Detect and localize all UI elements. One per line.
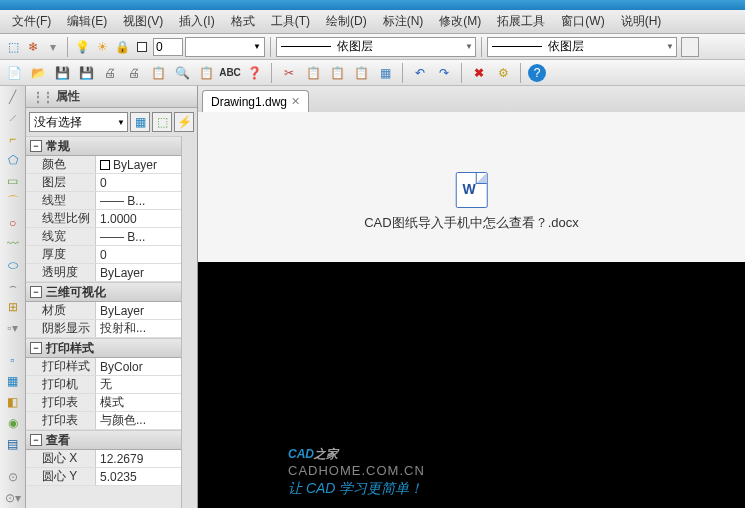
lineweight-combo[interactable]: 依图层▼ xyxy=(487,37,677,57)
region-icon[interactable]: ◉ xyxy=(3,415,23,432)
text-icon[interactable]: ⊙ xyxy=(3,468,23,485)
menu-annotate[interactable]: 标注(N) xyxy=(375,11,432,32)
prop-centerx[interactable]: 圆心 X12.2679 xyxy=(26,450,181,468)
undo-icon[interactable]: ↶ xyxy=(410,63,430,83)
ray-icon[interactable]: ⟋ xyxy=(3,109,23,126)
prop-layer[interactable]: 图层0 xyxy=(26,174,181,192)
help-icon[interactable]: ? xyxy=(528,64,546,82)
color-icon[interactable] xyxy=(133,38,151,56)
gradient-icon[interactable]: ◧ xyxy=(3,394,23,411)
menu-draw[interactable]: 绘制(D) xyxy=(318,11,375,32)
prop-color[interactable]: 颜色ByLayer xyxy=(26,156,181,174)
prop-shadow[interactable]: 阴影显示投射和... xyxy=(26,320,181,338)
print-icon[interactable]: 🖨 xyxy=(100,63,120,83)
menu-window[interactable]: 窗口(W) xyxy=(553,11,612,32)
line-icon[interactable]: ╱ xyxy=(3,88,23,105)
mtext-icon[interactable]: ⊙▾ xyxy=(3,489,23,506)
delete-icon[interactable]: ✖ xyxy=(469,63,489,83)
tab-label: Drawing1.dwg xyxy=(211,95,287,109)
menu-modify[interactable]: 修改(M) xyxy=(431,11,489,32)
menu-bar: 文件(F) 编辑(E) 视图(V) 插入(I) 格式 工具(T) 绘制(D) 标… xyxy=(0,10,745,34)
save-icon[interactable]: 💾 xyxy=(52,63,72,83)
layer-dropdown[interactable]: ▼ xyxy=(185,37,265,57)
prop-linetype[interactable]: 线型—— B... xyxy=(26,192,181,210)
hatch-icon[interactable]: ▦ xyxy=(3,373,23,390)
prop-plotstyle[interactable]: 打印样式ByColor xyxy=(26,358,181,376)
block-icon[interactable]: ▦ xyxy=(375,63,395,83)
menu-view[interactable]: 视图(V) xyxy=(115,11,171,32)
quick-select-icon[interactable]: ▦ xyxy=(130,112,150,132)
cut-icon[interactable]: ✂ xyxy=(279,63,299,83)
find-icon[interactable]: 🔍 xyxy=(172,63,192,83)
group-view[interactable]: −查看 xyxy=(26,430,181,450)
redo-icon[interactable]: ↷ xyxy=(434,63,454,83)
menu-format[interactable]: 格式 xyxy=(223,11,263,32)
properties-scrollbar[interactable] xyxy=(181,136,197,508)
prop-printer[interactable]: 打印机无 xyxy=(26,376,181,394)
spell-icon[interactable]: ABC xyxy=(220,63,240,83)
embedded-file[interactable]: W CAD图纸导入手机中怎么查看？.docx xyxy=(324,162,619,242)
ellipse-arc-icon[interactable]: ⌢ xyxy=(3,277,23,294)
help-tool-icon[interactable]: ❓ xyxy=(244,63,264,83)
model-space[interactable]: W CAD图纸导入手机中怎么查看？.docx CAD之家 CADHOME.COM… xyxy=(198,112,745,508)
properties-title: ⋮⋮ 属性 xyxy=(26,86,197,108)
spline-icon[interactable]: 〰 xyxy=(3,235,23,252)
point-icon[interactable]: ▫ xyxy=(3,352,23,369)
layer-name-input[interactable] xyxy=(153,38,183,56)
prop-transparency[interactable]: 透明度ByLayer xyxy=(26,264,181,282)
prop-centery[interactable]: 圆心 Y5.0235 xyxy=(26,468,181,486)
linetype-combo[interactable]: 依图层▼ xyxy=(276,37,476,57)
open-icon[interactable]: 📂 xyxy=(28,63,48,83)
prop-lineweight[interactable]: 线宽—— B... xyxy=(26,228,181,246)
prop-plottable1[interactable]: 打印表模式 xyxy=(26,394,181,412)
circle-icon[interactable]: ○ xyxy=(3,214,23,231)
publish-icon[interactable]: 📋 xyxy=(148,63,168,83)
menu-file[interactable]: 文件(F) xyxy=(4,11,59,32)
menu-insert[interactable]: 插入(I) xyxy=(171,11,222,32)
sun-icon[interactable]: ☀ xyxy=(93,38,111,56)
tab-drawing1[interactable]: Drawing1.dwg ✕ xyxy=(202,90,309,112)
prop-ltscale[interactable]: 线型比例1.0000 xyxy=(26,210,181,228)
pickadd-icon[interactable]: ⚡ xyxy=(174,112,194,132)
arc-icon[interactable]: ⌒ xyxy=(3,193,23,210)
copy-icon[interactable]: 📋 xyxy=(303,63,323,83)
matchprop-icon[interactable]: 📋 xyxy=(351,63,371,83)
bug-icon[interactable]: ⚙ xyxy=(493,63,513,83)
select-objects-icon[interactable]: ⬚ xyxy=(152,112,172,132)
separator xyxy=(481,37,482,57)
padlock-icon[interactable]: 🔒 xyxy=(113,38,131,56)
group-visual3d[interactable]: −三维可视化 xyxy=(26,282,181,302)
lightbulb-icon[interactable]: 💡 xyxy=(73,38,91,56)
menu-edit[interactable]: 编辑(E) xyxy=(59,11,115,32)
prop-plottable2[interactable]: 打印表与颜色... xyxy=(26,412,181,430)
block-def-icon[interactable]: ▫▾ xyxy=(3,319,23,336)
props-icon[interactable]: 📋 xyxy=(196,63,216,83)
layer-props-icon[interactable]: ⬚ xyxy=(4,38,22,56)
separator xyxy=(461,63,462,83)
prop-material[interactable]: 材质ByLayer xyxy=(26,302,181,320)
preview-icon[interactable]: 🖨 xyxy=(124,63,144,83)
draw-toolbar: ╱ ⟋ ⌐ ⬠ ▭ ⌒ ○ 〰 ⬭ ⌢ ⊞ ▫▾ ▫ ▦ ◧ ◉ ▤ ⊙ ⊙▾ xyxy=(0,86,26,508)
menu-tools[interactable]: 工具(T) xyxy=(263,11,318,32)
prop-thickness[interactable]: 厚度0 xyxy=(26,246,181,264)
group-general[interactable]: −常规 xyxy=(26,136,181,156)
separator xyxy=(402,63,403,83)
paste-icon[interactable]: 📋 xyxy=(327,63,347,83)
polyline-icon[interactable]: ⌐ xyxy=(3,130,23,147)
freeze-icon[interactable]: ❄ xyxy=(24,38,42,56)
new-icon[interactable]: 📄 xyxy=(4,63,24,83)
saveall-icon[interactable]: 💾 xyxy=(76,63,96,83)
grip-icon[interactable]: ⋮⋮ xyxy=(32,90,52,104)
lock-icon[interactable]: ▾ xyxy=(44,38,62,56)
close-icon[interactable]: ✕ xyxy=(291,95,300,108)
menu-help[interactable]: 说明(H) xyxy=(613,11,670,32)
selection-combo[interactable]: 没有选择▼ xyxy=(29,112,128,132)
group-print[interactable]: −打印样式 xyxy=(26,338,181,358)
polygon-icon[interactable]: ⬠ xyxy=(3,151,23,168)
table-icon[interactable]: ▤ xyxy=(3,436,23,453)
extra-dropdown[interactable] xyxy=(681,37,699,57)
insert-icon[interactable]: ⊞ xyxy=(3,298,23,315)
ellipse-icon[interactable]: ⬭ xyxy=(3,256,23,273)
rectangle-icon[interactable]: ▭ xyxy=(3,172,23,189)
menu-extend[interactable]: 拓展工具 xyxy=(489,11,553,32)
